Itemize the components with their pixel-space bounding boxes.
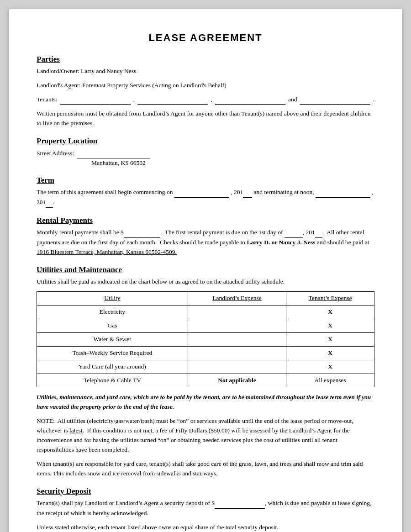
table-row: Electricity X bbox=[37, 305, 374, 319]
utilities-heading: Utilities and Maintenance bbox=[37, 265, 374, 274]
table-row: Telephone & Cable TV Not applicable All … bbox=[37, 374, 374, 387]
utilities-note-2: When tenant(s) are responsible for yard … bbox=[37, 459, 374, 479]
utilities-intro: Utilities shall be paid as indicated on … bbox=[37, 277, 374, 287]
term-blank-4 bbox=[46, 198, 53, 208]
month-blank bbox=[285, 228, 303, 238]
tenant-yard: X bbox=[286, 360, 374, 374]
term-text: The term of this agreement shall begin c… bbox=[37, 188, 374, 208]
utility-water: Water & Sewer bbox=[37, 332, 188, 346]
tenant-blank-4 bbox=[300, 97, 370, 105]
table-row: Yard Care (all year around) X bbox=[37, 360, 374, 374]
term-heading: Term bbox=[37, 176, 374, 185]
period-1: . bbox=[373, 95, 374, 105]
tenant-blank-3 bbox=[215, 97, 285, 105]
deposit-blank bbox=[215, 499, 265, 509]
landlord-gas bbox=[188, 319, 286, 332]
document-title: LEASE AGREEMENT bbox=[37, 32, 374, 44]
tenant-blank-1 bbox=[60, 97, 131, 105]
tenant-telephone: All expenses bbox=[286, 374, 374, 387]
parties-heading: Parties bbox=[37, 55, 374, 64]
street-blank bbox=[77, 148, 150, 158]
col-tenant: Tenant’s Expense bbox=[286, 291, 374, 305]
landlord-trash bbox=[188, 346, 286, 360]
security-deposit-section: Tenant(s) shall pay Landlord or Landlord… bbox=[37, 499, 374, 532]
tenant-blank-2 bbox=[137, 97, 208, 105]
payment-address: 1916 Bluestem Terrace, Manhattan, Kansas… bbox=[37, 248, 177, 255]
utility-electricity: Electricity bbox=[37, 305, 188, 319]
term-comma2: , bbox=[372, 189, 373, 195]
security-deposit-heading: Security Deposit bbox=[37, 487, 374, 496]
utility-telephone: Telephone & Cable TV bbox=[37, 374, 188, 387]
utilities-note-1: NOTE: All utilities (electricity/gas/wat… bbox=[37, 416, 374, 455]
landlord-water bbox=[188, 332, 286, 346]
tenant-gas: X bbox=[286, 319, 374, 332]
tenants-label: Tenants: bbox=[37, 95, 58, 105]
tenant-electricity: X bbox=[286, 305, 374, 319]
payable-to: Larry D. or Nancy J. Ness bbox=[247, 239, 315, 246]
rent-blank bbox=[124, 228, 160, 238]
term-blank-3 bbox=[316, 188, 370, 198]
tenant-trash: X bbox=[286, 346, 374, 360]
tenant-water: X bbox=[286, 332, 374, 346]
col-landlord: Landlord’s Expense bbox=[188, 291, 286, 305]
landlord-agent: Landlord's Agent: Foremost Property Serv… bbox=[37, 81, 374, 90]
table-row: Trash–Weekly Service Required X bbox=[37, 346, 374, 360]
tenants-line: Tenants: , , and . bbox=[37, 95, 374, 105]
landlord-owner: Landlord/Owner: Larry and Nancy Ness bbox=[37, 67, 374, 76]
utilities-bold-note: Utilities, maintenance, and yard care, w… bbox=[37, 393, 374, 412]
document-page: LEASE AGREEMENT Parties Landlord/Owner: … bbox=[9, 9, 402, 532]
year-blank bbox=[315, 228, 322, 238]
term-201: 201 bbox=[37, 199, 46, 205]
utility-gas: Gas bbox=[37, 319, 188, 332]
utilities-table: Utility Landlord’s Expense Tenant’s Expe… bbox=[37, 291, 374, 387]
address-row: Street Address: bbox=[37, 148, 374, 158]
col-utility: Utility bbox=[37, 291, 188, 305]
table-row: Water & Sewer X bbox=[37, 332, 374, 346]
city-state: Manhattan, KS 66502 bbox=[91, 158, 374, 168]
utility-trash: Trash–Weekly Service Required bbox=[37, 346, 188, 360]
term-comma: , 201 bbox=[231, 189, 243, 195]
latest-underline: latest bbox=[69, 427, 83, 434]
comma-1: , bbox=[133, 95, 135, 105]
tenants-and: and bbox=[288, 95, 297, 105]
property-location-heading: Property Location bbox=[37, 137, 374, 146]
utilities-section: Utilities shall be paid as indicated on … bbox=[37, 277, 374, 479]
utility-yard: Yard Care (all year around) bbox=[37, 360, 188, 374]
rental-payments-heading: Rental Payments bbox=[37, 216, 374, 225]
security-text-1: Tenant(s) shall pay Landlord or Landlord… bbox=[37, 499, 374, 518]
term-blank-1 bbox=[174, 188, 229, 198]
rental-payments-text: Monthly rental payments shall be $ . The… bbox=[37, 228, 374, 257]
term-blank-2 bbox=[243, 188, 252, 198]
table-header-row: Utility Landlord’s Expense Tenant’s Expe… bbox=[37, 291, 374, 305]
landlord-electricity bbox=[188, 305, 286, 319]
street-label: Street Address: bbox=[37, 149, 74, 158]
table-row: Gas X bbox=[37, 319, 374, 332]
comma-2: , bbox=[211, 95, 212, 105]
permission-note: Written permission must be obtained from… bbox=[37, 109, 374, 128]
landlord-telephone: Not applicable bbox=[188, 374, 286, 387]
landlord-yard bbox=[188, 360, 286, 374]
security-text-2: Unless stated otherwise, each tenant lis… bbox=[37, 523, 374, 532]
